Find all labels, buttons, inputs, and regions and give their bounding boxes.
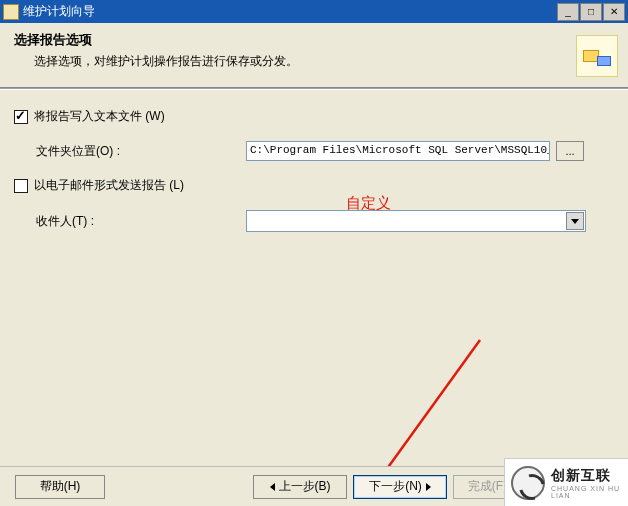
recipient-label: 收件人(T) :	[36, 213, 246, 230]
triangle-right-icon	[426, 483, 431, 491]
folder-location-input[interactable]: C:\Program Files\Microsoft SQL Server\MS…	[246, 141, 550, 161]
watermark: 创新互联 CHUANG XIN HU LIAN	[504, 458, 628, 506]
next-button[interactable]: 下一步(N)	[353, 475, 447, 499]
write-report-checkbox[interactable]	[14, 110, 28, 124]
watermark-subtext: CHUANG XIN HU LIAN	[551, 485, 628, 499]
annotation-custom: 自定义	[346, 194, 391, 213]
close-button[interactable]: ✕	[603, 3, 625, 21]
back-button[interactable]: 上一步(B)	[253, 475, 347, 499]
window-controls: _ □ ✕	[556, 3, 625, 21]
page-title: 选择报告选项	[14, 31, 614, 49]
email-report-checkbox[interactable]	[14, 179, 28, 193]
triangle-left-icon	[270, 483, 275, 491]
wizard-header: 选择报告选项 选择选项，对维护计划操作报告进行保存或分发。	[0, 23, 628, 89]
chevron-down-icon[interactable]	[566, 212, 584, 230]
watermark-text: 创新互联	[551, 467, 628, 485]
wizard-header-icon	[576, 35, 618, 77]
email-report-row: 以电子邮件形式发送报告 (L)	[14, 177, 614, 194]
wizard-body: 将报告写入文本文件 (W) 文件夹位置(O) : C:\Program File…	[0, 89, 628, 466]
minimize-button[interactable]: _	[557, 3, 579, 21]
maximize-button[interactable]: □	[580, 3, 602, 21]
app-icon	[3, 4, 19, 20]
page-subtitle: 选择选项，对维护计划操作报告进行保存或分发。	[34, 53, 614, 70]
window-titlebar: 维护计划向导 _ □ ✕	[0, 0, 628, 23]
watermark-logo-icon	[511, 466, 545, 500]
write-report-row: 将报告写入文本文件 (W)	[14, 108, 614, 125]
email-report-label: 以电子邮件形式发送报告 (L)	[34, 177, 184, 194]
recipient-row: 收件人(T) :	[36, 210, 614, 232]
help-button[interactable]: 帮助(H)	[15, 475, 105, 499]
window-title: 维护计划向导	[23, 3, 556, 20]
recipient-combo[interactable]	[246, 210, 586, 232]
folder-location-label: 文件夹位置(O) :	[36, 143, 246, 160]
browse-button[interactable]: ...	[556, 141, 584, 161]
folder-row: 文件夹位置(O) : C:\Program Files\Microsoft SQ…	[36, 141, 614, 161]
write-report-label: 将报告写入文本文件 (W)	[34, 108, 165, 125]
